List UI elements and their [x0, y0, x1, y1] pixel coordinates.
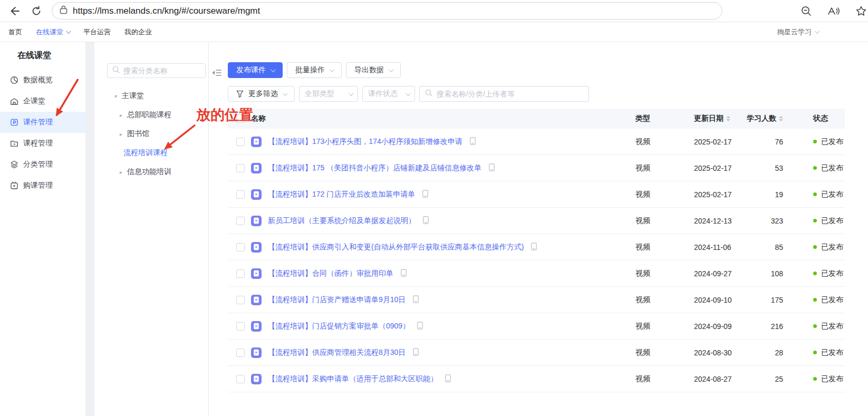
courseware-title-link[interactable]: 【流程培训】供应商管理相关流程8月30日	[268, 348, 406, 357]
status-badge: 已发布	[821, 216, 843, 226]
site-lock-icon[interactable]	[60, 5, 67, 16]
row-checkbox[interactable]	[236, 190, 245, 199]
video-file-icon	[251, 216, 262, 226]
sort-icon[interactable]	[726, 116, 730, 121]
more-filters-button[interactable]: 更多筛选	[228, 86, 295, 102]
sidebar-item-label: 数据概览	[23, 75, 53, 85]
caret-right-icon[interactable]: ▸	[120, 112, 127, 118]
nav-item-platform-ops[interactable]: 平台运营	[83, 27, 111, 37]
search-icon	[112, 66, 120, 75]
courseware-title-link[interactable]: 【流程培训】合同（函件）审批用印单	[268, 269, 393, 278]
sidebar-item-course-mgmt[interactable]: 课程管理	[0, 133, 85, 154]
address-bar[interactable]: https://lms.melands.cn/kng/#/courseware/…	[52, 2, 722, 20]
category-tree-panel: ▾ 主课堂 ▸ 总部职能课程 ▸ 图书馆 流程培训课程 ▸ 信息功能培训	[94, 42, 209, 416]
pie-chart-icon	[10, 76, 18, 84]
courseware-title-link[interactable]: 【流程培训】采购申请单（适用于总部和大区职能）	[268, 374, 438, 384]
sidebar-item-label: 购课管理	[23, 181, 53, 190]
tree-node-root[interactable]: ▾ 主课堂	[94, 86, 208, 105]
courseware-search-input[interactable]	[437, 90, 583, 98]
sidebar: 在线课堂 数据概览 企课堂 课件管理 课程管理	[0, 42, 85, 416]
status-cell: 已发布	[783, 163, 845, 173]
type-filter-select[interactable]: 全部类型	[299, 86, 358, 102]
courseware-title-link[interactable]: 【流程培训】175 （美团抖音小程序）店铺新建及店铺信息修改单	[268, 163, 481, 173]
row-checkbox[interactable]	[236, 243, 245, 251]
search-icon	[425, 89, 432, 99]
learners-cell: 323	[736, 217, 783, 225]
status-dot-icon	[813, 324, 817, 328]
nav-item-my-enterprise[interactable]: 我的企业	[124, 27, 152, 37]
table-row: 【流程培训】173小程序头图，174小程序须知新增修改申请 视频 2025-02…	[228, 129, 845, 155]
sidebar-item-data-overview[interactable]: 数据概览	[0, 70, 85, 91]
date-cell: 2024-09-09	[667, 322, 736, 331]
video-file-icon	[251, 347, 262, 358]
caret-right-icon[interactable]: ▸	[120, 131, 127, 137]
sidebar-item-courseware-mgmt[interactable]: 课件管理	[0, 112, 85, 133]
table-row: 【流程培训】门店资产赠送申请单9月10日 视频 2024-09-10 175 已…	[228, 287, 845, 313]
nav-item-home[interactable]: 首页	[8, 27, 22, 37]
row-checkbox[interactable]	[236, 349, 245, 357]
row-checkbox[interactable]	[236, 138, 245, 146]
batch-actions-button[interactable]: 批量操作	[287, 62, 342, 78]
chevron-down-icon	[349, 91, 354, 96]
refresh-icon[interactable]	[30, 4, 43, 18]
account-menu[interactable]: 绚星云学习	[777, 27, 818, 37]
status-cell: 已发布	[783, 137, 845, 147]
status-dot-icon	[813, 377, 817, 381]
status-badge: 已发布	[821, 269, 843, 278]
tree-node[interactable]: ▸ 信息功能培训	[94, 162, 208, 181]
sidebar-item-category-mgmt[interactable]: 分类管理	[0, 154, 85, 175]
type-cell: 视频	[599, 295, 667, 305]
status-badge: 已发布	[821, 163, 843, 173]
row-checkbox[interactable]	[236, 375, 245, 383]
collapse-panel-icon[interactable]	[211, 67, 222, 78]
sort-icon[interactable]	[779, 116, 783, 121]
type-cell: 视频	[599, 216, 667, 226]
courseware-search[interactable]	[419, 86, 589, 102]
courseware-title-link[interactable]: 【流程培训】门店资产赠送申请单9月10日	[268, 295, 406, 305]
learners-cell: 28	[736, 349, 783, 357]
select-all-checkbox[interactable]	[236, 114, 245, 123]
courseware-title-link[interactable]: 【流程培训】门店促销方案审批单（0909）	[268, 322, 410, 331]
category-search-input[interactable]	[123, 66, 200, 75]
app-body: 在线课堂 数据概览 企课堂 课件管理 课程管理	[0, 42, 868, 416]
category-tree: ▾ 主课堂 ▸ 总部职能课程 ▸ 图书馆 流程培训课程 ▸ 信息功能培训	[94, 86, 208, 181]
mobile-phone-icon	[401, 269, 407, 278]
status-filter-select[interactable]: 课件状态	[362, 86, 415, 102]
caret-right-icon[interactable]: ▸	[120, 169, 127, 175]
row-checkbox[interactable]	[236, 164, 245, 172]
status-cell: 已发布	[783, 374, 845, 384]
type-cell: 视频	[599, 348, 667, 357]
zoom-out-icon[interactable]	[799, 4, 813, 18]
tree-node[interactable]: ▸ 总部职能课程	[94, 105, 208, 124]
table-row: 【流程培训】合同（函件）审批用印单 视频 2024-09-27 108 已发布	[228, 260, 845, 287]
read-aloud-icon[interactable]	[827, 4, 841, 18]
publish-courseware-button[interactable]: 发布课件	[228, 62, 283, 78]
courseware-title-link[interactable]: 【流程培训】供应商引入和变更(自动从外部平台获取供应商基本信息操作方式)	[268, 243, 524, 252]
category-search[interactable]	[107, 63, 206, 78]
status-dot-icon	[813, 272, 817, 275]
sidebar-item-enterprise-classroom[interactable]: 企课堂	[0, 91, 85, 112]
row-checkbox[interactable]	[236, 296, 245, 304]
status-dot-icon	[813, 219, 817, 222]
type-cell: 视频	[599, 374, 667, 384]
courseware-title-link[interactable]: 新员工培训（主要系统介绍及单据发起说明）	[268, 216, 416, 226]
row-checkbox[interactable]	[236, 322, 245, 331]
type-cell: 视频	[599, 269, 667, 278]
video-file-icon	[251, 374, 262, 384]
nav-item-online-classroom[interactable]: 在线课堂	[36, 27, 70, 37]
tree-node-selected[interactable]: 流程培训课程	[94, 143, 208, 162]
status-badge: 已发布	[821, 374, 843, 384]
caret-down-icon[interactable]: ▾	[114, 93, 122, 99]
export-data-button[interactable]: 导出数据	[346, 62, 401, 78]
row-checkbox[interactable]	[236, 217, 245, 225]
courseware-title-link[interactable]: 【流程培训】173小程序头图，174小程序须知新增修改申请	[268, 137, 462, 147]
back-icon[interactable]	[7, 4, 21, 18]
tree-node[interactable]: ▸ 图书馆	[94, 124, 208, 143]
chevron-down-icon	[406, 91, 411, 96]
layers-icon	[10, 160, 18, 169]
courseware-title-link[interactable]: 【流程培训】172 门店开业后改造加装申请单	[268, 190, 415, 199]
favorites-star-icon[interactable]	[854, 4, 868, 18]
sidebar-item-purchase-mgmt[interactable]: 购课管理	[0, 175, 85, 196]
type-cell: 视频	[599, 190, 667, 199]
row-checkbox[interactable]	[236, 269, 245, 278]
